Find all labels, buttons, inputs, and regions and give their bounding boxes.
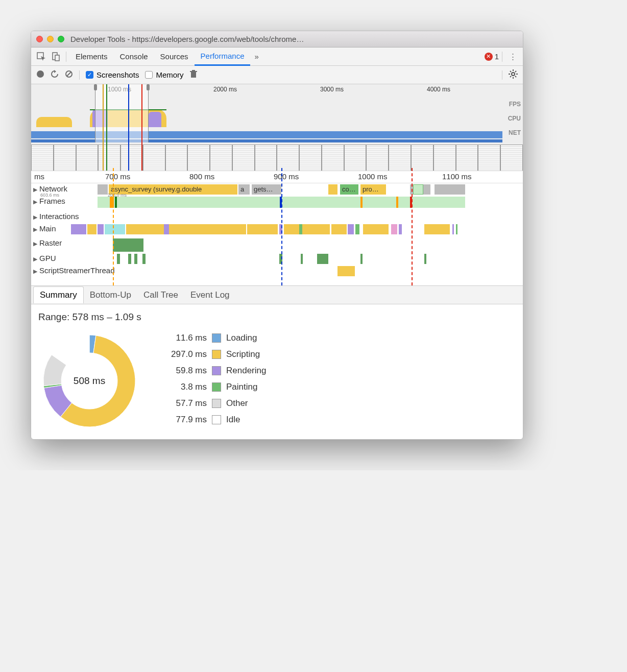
expand-icon[interactable]: ▶ xyxy=(33,184,37,193)
tab-console[interactable]: Console xyxy=(114,47,154,66)
network-bar[interactable] xyxy=(435,184,465,195)
tab-sources[interactable]: Sources xyxy=(154,47,195,66)
marker-dashed xyxy=(412,168,413,285)
close-icon[interactable] xyxy=(36,36,43,42)
raster-bar[interactable] xyxy=(113,238,143,252)
devtools-tabbar: Elements Console Sources Performance » ✕… xyxy=(31,47,523,66)
record-icon[interactable] xyxy=(36,70,44,80)
tab-bottom-up[interactable]: Bottom-Up xyxy=(84,287,137,303)
overview-filmstrip xyxy=(31,145,523,171)
legend-swatch xyxy=(212,399,221,408)
tab-event-log[interactable]: Event Log xyxy=(184,287,236,303)
legend-label: Idle xyxy=(226,415,240,425)
legend-ms: 59.8 ms xyxy=(156,366,207,376)
track-label: Main xyxy=(39,224,56,233)
memory-checkbox[interactable]: Memory xyxy=(145,70,183,79)
checkbox-label: Memory xyxy=(156,70,183,79)
track-label: Interactions xyxy=(39,212,79,221)
devtools-window: Developer Tools - https://developers.goo… xyxy=(31,31,523,440)
track-network[interactable]: ▶Network async_survey (survey.g.double a… xyxy=(31,183,523,196)
window-title: Developer Tools - https://developers.goo… xyxy=(70,35,304,43)
tabs-overflow-icon[interactable]: » xyxy=(250,52,262,61)
donut-center-label: 508 ms xyxy=(74,375,105,387)
selection-handle-right[interactable] xyxy=(147,84,150,90)
expand-icon[interactable]: ▶ xyxy=(33,212,37,221)
perf-toolbar: ✓ Screenshots Memory xyxy=(31,66,523,84)
marker-line xyxy=(106,84,107,171)
legend-ms: 57.7 ms xyxy=(156,398,207,409)
device-toggle-icon[interactable] xyxy=(49,50,63,64)
expand-icon[interactable]: ▶ xyxy=(33,197,37,205)
gear-icon[interactable] xyxy=(509,69,518,81)
network-bar[interactable]: gets… xyxy=(252,184,281,195)
error-indicator[interactable]: ✕ 1 xyxy=(485,52,499,61)
script-bar[interactable] xyxy=(337,266,355,276)
inspect-icon[interactable] xyxy=(34,50,49,64)
zoom-icon[interactable] xyxy=(58,36,64,42)
svg-rect-2 xyxy=(55,55,59,61)
legend-label: Other xyxy=(226,398,248,409)
kebab-menu-icon[interactable]: ⋮ xyxy=(505,50,520,64)
svg-rect-6 xyxy=(191,72,196,78)
track-raster[interactable]: ▶Raster xyxy=(31,237,523,253)
network-bar[interactable]: co… xyxy=(340,184,358,195)
minimize-icon[interactable] xyxy=(47,36,54,42)
trash-icon[interactable] xyxy=(190,70,197,80)
checkbox-label: Screenshots xyxy=(97,70,139,79)
summary-tabbar: Summary Bottom-Up Call Tree Event Log xyxy=(31,286,523,304)
svg-line-16 xyxy=(510,76,511,77)
network-bar[interactable] xyxy=(98,184,108,195)
frame-marker xyxy=(115,197,117,208)
tab-summary[interactable]: Summary xyxy=(33,286,84,303)
track-label: Raster xyxy=(39,238,62,247)
track-label: GPU xyxy=(39,254,56,262)
track-label: Network xyxy=(39,184,67,193)
tab-call-tree[interactable]: Call Tree xyxy=(137,287,184,303)
track-scriptstreamer[interactable]: ▶ScriptStreamerThread xyxy=(31,265,523,285)
network-bar[interactable] xyxy=(328,184,337,195)
flame-chart[interactable]: ms 700 ms 800 ms 900 ms 1000 ms 1100 ms … xyxy=(31,171,523,286)
track-frames[interactable]: ▶Frames 603.6 ms 206.0 ms xyxy=(31,196,523,211)
expand-icon[interactable]: ▶ xyxy=(33,254,37,262)
legend-ms: 297.0 ms xyxy=(156,349,207,359)
network-bar[interactable]: a xyxy=(238,184,250,195)
legend-row: 297.0 msScripting xyxy=(156,346,266,363)
track-gpu[interactable]: ▶GPU xyxy=(31,253,523,265)
timeline-overview[interactable]: 1000 ms 2000 ms 3000 ms 4000 ms FPS CPU … xyxy=(31,84,523,171)
range-label: Range: 578 ms – 1.09 s xyxy=(38,311,516,323)
main-flame[interactable] xyxy=(98,223,523,237)
tab-performance[interactable]: Performance xyxy=(195,47,251,66)
marker-line xyxy=(141,84,142,171)
tab-label: Console xyxy=(120,52,148,61)
legend-ms: 11.6 ms xyxy=(156,333,207,343)
legend-swatch xyxy=(212,333,221,343)
separator xyxy=(502,52,502,62)
selection-handle-left[interactable] xyxy=(94,84,97,90)
legend-row: 57.7 msOther xyxy=(156,395,266,412)
tab-elements[interactable]: Elements xyxy=(69,47,114,66)
expand-icon[interactable]: ▶ xyxy=(33,238,37,247)
network-bar[interactable]: pro… xyxy=(360,184,386,195)
track-main[interactable]: ▶Main xyxy=(31,223,523,237)
network-bar[interactable] xyxy=(413,184,423,195)
legend-row: 11.6 msLoading xyxy=(156,330,266,346)
reload-icon[interactable] xyxy=(51,70,59,80)
legend-swatch xyxy=(212,350,221,359)
expand-icon[interactable]: ▶ xyxy=(33,266,37,275)
network-bar[interactable]: async_survey (survey.g.double xyxy=(109,184,237,195)
error-count: 1 xyxy=(495,52,499,61)
chart-legend: 11.6 msLoading297.0 msScripting59.8 msRe… xyxy=(156,330,266,428)
track-interactions[interactable]: ▶Interactions xyxy=(31,211,523,223)
marker-line xyxy=(103,84,104,171)
summary-panel: Range: 578 ms – 1.09 s 508 ms 11.6 msLoa… xyxy=(31,304,523,439)
marker-dashed xyxy=(113,168,114,285)
legend-label: Scripting xyxy=(226,349,260,359)
svg-rect-8 xyxy=(192,70,195,71)
legend-row: 3.8 msPainting xyxy=(156,379,266,395)
expand-icon[interactable]: ▶ xyxy=(33,224,37,233)
marker-line xyxy=(128,84,129,171)
screenshots-checkbox[interactable]: ✓ Screenshots xyxy=(86,70,139,79)
tab-label: Sources xyxy=(160,52,188,61)
clear-icon[interactable] xyxy=(65,70,73,80)
donut-chart: 508 ms xyxy=(38,330,140,432)
